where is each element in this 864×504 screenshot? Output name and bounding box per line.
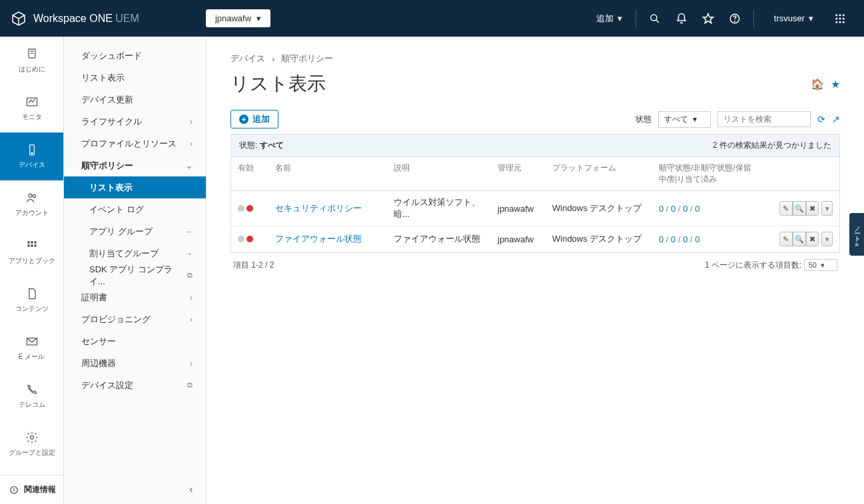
cell-platform: Windows デスクトップ [546, 228, 652, 250]
status-filter-label: 状態 [636, 114, 651, 125]
nav-lifecycle[interactable]: ライフサイクル› [64, 111, 206, 132]
breadcrumb-devices[interactable]: デバイス [230, 53, 265, 65]
chevron-right-icon: › [272, 54, 274, 64]
arrow-right-icon: → [185, 249, 193, 258]
side-nav: ダッシュボード リスト表示 デバイス更新 ライフサイクル› プロファイルとリソー… [64, 37, 207, 504]
svg-rect-25 [31, 241, 33, 243]
bookmark-star-icon[interactable]: ★ [831, 78, 840, 91]
nav-sensors[interactable]: センサー [64, 330, 206, 352]
nav-peripherals[interactable]: 周辺機器› [64, 352, 206, 374]
rail-devices[interactable]: デバイス [0, 132, 63, 180]
view-icon[interactable]: 🔍 [793, 232, 806, 246]
search-input[interactable] [717, 111, 811, 127]
help-icon[interactable] [721, 5, 748, 32]
user-menu[interactable]: trsvuser ▾ [766, 8, 821, 29]
chevron-right-icon: › [190, 117, 193, 126]
rail-getting-started[interactable]: はじめに [0, 37, 63, 85]
collapse-sidenav-icon[interactable]: ‹ [183, 481, 199, 497]
table-row[interactable]: セキュリティポリシー ウイルス対策ソフト、暗... jpnawafw Windo… [231, 191, 839, 226]
add-menu[interactable]: 追加 ▾ [588, 7, 630, 30]
page-title: リスト表示 [230, 71, 326, 97]
nav-dashboard[interactable]: ダッシュボード [64, 45, 206, 67]
svg-point-15 [843, 21, 845, 23]
nav-rail: はじめに モニタ デバイス アカウント アプリとブック コンテンツ E メール … [0, 37, 64, 504]
policy-link[interactable]: ファイアウォール状態 [275, 234, 362, 244]
external-link-icon: ⧉ [187, 381, 193, 389]
org-selector[interactable]: jpnawafw▾ [206, 9, 270, 27]
th-desc[interactable]: 説明 [387, 157, 491, 190]
nav-compliance-eventlog[interactable]: イベント ログ [64, 198, 206, 220]
page-size-select[interactable]: 50 ▾ [804, 259, 837, 271]
logo: Workspace ONE UEM [11, 11, 139, 27]
edit-icon[interactable]: ✎ [779, 201, 793, 216]
breadcrumb-compliance[interactable]: 順守ポリシー [281, 53, 333, 65]
cell-desc: ファイアウォール状態 [387, 228, 491, 250]
star-icon[interactable] [695, 5, 721, 32]
nav-device-settings[interactable]: デバイス設定⧉ [64, 374, 206, 396]
plus-icon: + [239, 115, 248, 124]
th-name[interactable]: 名前 [268, 157, 387, 190]
nav-profiles[interactable]: プロファイルとリソース› [64, 132, 206, 154]
nav-provisioning[interactable]: プロビジョニング› [64, 308, 206, 330]
policy-link[interactable]: セキュリティポリシー [275, 203, 362, 213]
rail-email[interactable]: E メール [0, 324, 63, 372]
app-launcher-icon[interactable] [827, 5, 853, 32]
chevron-right-icon: › [190, 293, 193, 302]
svg-point-7 [835, 14, 837, 16]
svg-rect-28 [31, 244, 33, 246]
svg-point-23 [33, 194, 35, 197]
row-menu-icon[interactable]: ▼ [821, 201, 833, 216]
rail-telecom[interactable]: テレコム [0, 372, 63, 420]
svg-rect-27 [27, 244, 29, 246]
notes-tab[interactable]: ノート « [849, 213, 864, 256]
delete-icon[interactable]: ✖ [806, 201, 819, 216]
table-header: 有効 名前 説明 管理元 プラットフォーム 順守状態/非順守状態/保留中/割り当… [231, 157, 839, 191]
th-enable[interactable]: 有効 [231, 157, 268, 190]
export-icon[interactable]: ↗ [832, 114, 840, 125]
chevron-right-icon: › [190, 359, 193, 368]
items-range: 項目 1-2 / 2 [233, 260, 274, 271]
nav-sdk-compliance[interactable]: SDK アプリ コンプライ...⧉ [64, 264, 206, 286]
product-name: Workspace ONE UEM [33, 13, 139, 25]
th-platform[interactable]: プラットフォーム [546, 157, 652, 190]
svg-point-13 [835, 21, 837, 23]
add-button[interactable]: +追加 [230, 110, 278, 128]
nav-app-groups[interactable]: アプリ グループ→ [64, 220, 206, 242]
status-filter-select[interactable]: すべて ▾ [658, 111, 711, 128]
th-status[interactable]: 順守状態/非順守状態/保留中/割り当て済み [652, 157, 763, 190]
svg-point-8 [839, 14, 841, 16]
cell-status-counts: 0 / 0 / 0 / 0 [652, 198, 763, 219]
cell-manager: jpnawafw [491, 198, 546, 219]
rail-monitor[interactable]: モニタ [0, 85, 63, 132]
page-size-label: 1 ページに表示する項目数: [705, 260, 801, 270]
row-menu-icon[interactable]: ▼ [821, 232, 833, 246]
info-icon [9, 485, 19, 495]
nav-compliance-list[interactable]: リスト表示 [64, 176, 206, 198]
svg-point-31 [30, 436, 33, 439]
search-icon[interactable] [642, 5, 668, 32]
rail-content[interactable]: コンテンツ [0, 276, 63, 324]
home-icon[interactable]: 🏠 [811, 78, 824, 91]
table-row[interactable]: ファイアウォール状態 ファイアウォール状態 jpnawafw Windows デ… [231, 226, 839, 252]
bell-icon[interactable] [668, 5, 695, 32]
svg-rect-26 [34, 241, 36, 243]
svg-point-6 [734, 21, 735, 21]
edit-icon[interactable]: ✎ [779, 232, 793, 246]
cell-desc: ウイルス対策ソフト、暗... [387, 191, 491, 226]
rail-apps[interactable]: アプリとブック [0, 228, 63, 276]
rail-related-info[interactable]: 関連情報 [0, 475, 63, 504]
svg-point-10 [835, 17, 837, 19]
nav-assignment-groups[interactable]: 割り当てグループ→ [64, 242, 206, 264]
nav-device-updates[interactable]: デバイス更新 [64, 89, 206, 111]
chevron-right-icon: › [190, 139, 193, 148]
rail-accounts[interactable]: アカウント [0, 180, 63, 228]
th-manager[interactable]: 管理元 [491, 157, 546, 190]
delete-icon[interactable]: ✖ [806, 232, 819, 246]
svg-point-34 [14, 488, 15, 489]
nav-list-view[interactable]: リスト表示 [64, 67, 206, 89]
nav-certificates[interactable]: 証明書› [64, 286, 206, 308]
refresh-icon[interactable]: ⟳ [817, 114, 825, 125]
nav-compliance[interactable]: 順守ポリシー⌄ [64, 154, 206, 176]
rail-settings[interactable]: グループと設定 [0, 420, 63, 468]
view-icon[interactable]: 🔍 [793, 201, 806, 216]
